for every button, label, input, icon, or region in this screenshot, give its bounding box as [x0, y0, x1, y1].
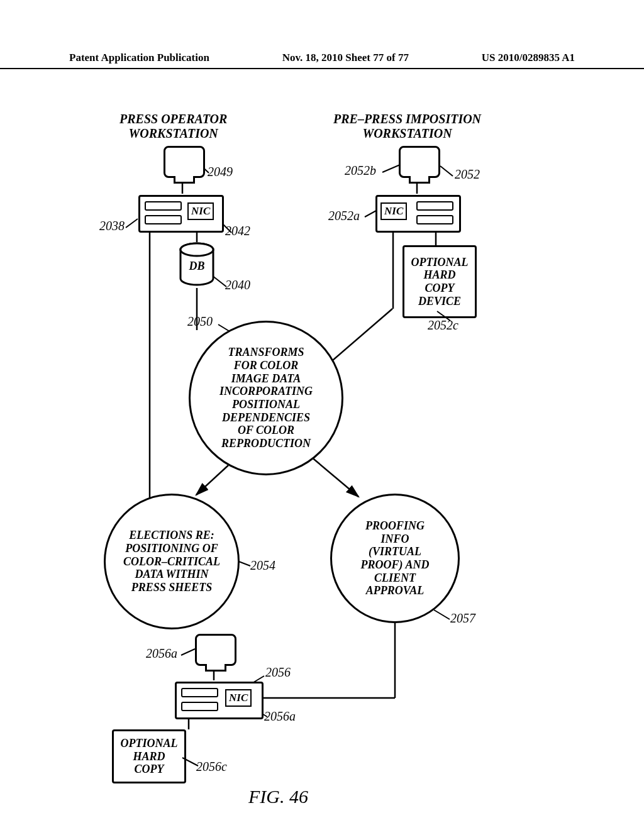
ref-2052b: 2052b: [345, 163, 376, 178]
svg-line-24: [434, 610, 450, 619]
slot-bottom-1: [181, 688, 218, 697]
optional-hard-copy-box: OPTIONAL HARD COPY: [112, 729, 186, 783]
ref-2040: 2040: [225, 278, 250, 292]
svg-line-14: [126, 219, 138, 228]
ref-2052: 2052: [455, 167, 480, 182]
elections-text: ELECTIONS RE: POSITIONING OF COLOR–CRITI…: [123, 529, 220, 594]
ref-2056c: 2056c: [196, 760, 227, 774]
header-right: US 2010/0289835 A1: [482, 52, 575, 64]
prepress-title: PRE–PRESS IMPOSITION WORKSTATION: [333, 112, 481, 141]
transforms-circle: TRANSFORMS FOR COLOR IMAGE DATA INCORPOR…: [189, 321, 343, 475]
ref-2056: 2056: [265, 665, 291, 680]
slot-left-2: [145, 215, 182, 224]
header-center: Nov. 18, 2010 Sheet 77 of 77: [282, 52, 409, 64]
svg-line-7: [196, 465, 228, 495]
diagram-canvas: PRESS OPERATOR WORKSTATION PRE–PRESS IMP…: [0, 107, 644, 799]
optional-hard-copy-device-label: OPTIONAL HARD COPY DEVICE: [411, 256, 469, 308]
svg-line-20: [382, 165, 400, 172]
nic-left: NIC: [187, 202, 214, 220]
svg-line-25: [181, 649, 195, 655]
ref-2057: 2057: [450, 611, 475, 626]
figure-caption: FIG. 46: [248, 786, 308, 807]
monitor-right: [399, 146, 440, 178]
ref-2050: 2050: [187, 314, 213, 329]
ref-2042: 2042: [225, 224, 250, 238]
ref-2056a-top: 2056a: [146, 646, 177, 661]
ref-2052a: 2052a: [328, 209, 360, 223]
slot-left-1: [145, 201, 182, 211]
slot-right-2: [416, 215, 453, 224]
db-cylinder: DB: [178, 242, 216, 286]
monitor-bottom: [195, 634, 236, 666]
svg-line-19: [440, 166, 453, 176]
monitor-left: [164, 146, 205, 178]
svg-point-30: [180, 243, 213, 256]
ref-2038: 2038: [99, 219, 125, 233]
ref-2056a-bottom: 2056a: [264, 709, 296, 724]
proofing-text: PROOFING INFO (VIRTUAL PROOF) AND CLIENT…: [361, 519, 430, 597]
nic-bottom: NIC: [225, 689, 252, 707]
ref-2052c: 2052c: [428, 318, 458, 333]
press-operator-title: PRESS OPERATOR WORKSTATION: [119, 112, 227, 141]
header-left: Patent Application Publication: [69, 52, 209, 64]
ref-2054: 2054: [250, 558, 275, 573]
db-label: DB: [178, 260, 216, 273]
connector-lines: [0, 107, 644, 799]
slot-right-1: [416, 201, 453, 211]
ref-2049: 2049: [208, 165, 233, 179]
transforms-text: TRANSFORMS FOR COLOR IMAGE DATA INCORPOR…: [219, 346, 313, 450]
optional-hard-copy-label: OPTIONAL HARD COPY: [121, 737, 178, 776]
page-header: Patent Application Publication Nov. 18, …: [0, 52, 644, 69]
nic-right: NIC: [380, 202, 407, 220]
elections-circle: ELECTIONS RE: POSITIONING OF COLOR–CRITI…: [104, 494, 240, 629]
slot-bottom-2: [181, 702, 218, 711]
proofing-circle: PROOFING INFO (VIRTUAL PROOF) AND CLIENT…: [330, 494, 460, 623]
optional-hard-copy-device-box: OPTIONAL HARD COPY DEVICE: [402, 245, 477, 318]
